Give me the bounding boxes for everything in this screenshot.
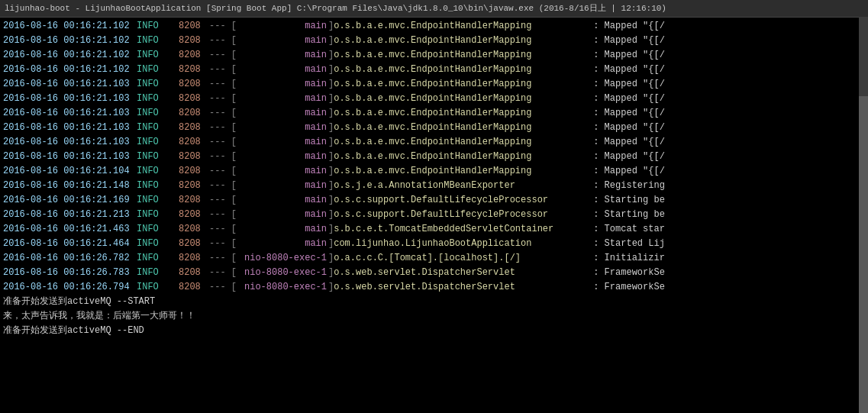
log-level: INFO bbox=[137, 222, 179, 237]
log-thread: nio-8080-exec-1 bbox=[237, 280, 328, 295]
log-message: : Mapped "{[/ bbox=[593, 48, 665, 63]
log-level: INFO bbox=[137, 280, 179, 295]
log-line: 2016-08-16 00:16:21.102INFO8208 --- [mai… bbox=[0, 34, 868, 48]
log-line-extra: 准备开始发送到activeMQ --END bbox=[0, 324, 868, 338]
log-pid: 8208 bbox=[179, 92, 209, 106]
log-colon bbox=[578, 63, 593, 77]
log-pid: 8208 bbox=[179, 48, 209, 63]
log-timestamp: 2016-08-16 00:16:21.102 bbox=[3, 19, 137, 34]
log-thread: main bbox=[237, 135, 328, 150]
log-timestamp: 2016-08-16 00:16:21.103 bbox=[3, 92, 137, 106]
log-logger: o.s.web.servlet.DispatcherServlet bbox=[334, 266, 578, 280]
log-line: 2016-08-16 00:16:21.104INFO8208 --- [mai… bbox=[0, 164, 868, 179]
log-timestamp: 2016-08-16 00:16:26.783 bbox=[3, 266, 137, 280]
log-separator: --- [ bbox=[209, 179, 237, 193]
log-level: INFO bbox=[137, 208, 179, 222]
log-colon bbox=[578, 266, 593, 280]
log-colon bbox=[578, 121, 593, 135]
log-logger: o.s.c.support.DefaultLifecycleProcessor bbox=[334, 193, 578, 208]
log-timestamp: 2016-08-16 00:16:21.102 bbox=[3, 63, 137, 77]
log-message: : FrameworkSe bbox=[593, 266, 665, 280]
log-line: 2016-08-16 00:16:21.103INFO8208 --- [mai… bbox=[0, 135, 868, 150]
log-line: 2016-08-16 00:16:21.463INFO8208 --- [mai… bbox=[0, 222, 868, 237]
log-line: 2016-08-16 00:16:26.782INFO8208 --- [nio… bbox=[0, 251, 868, 266]
log-thread: main bbox=[237, 222, 328, 237]
log-thread: nio-8080-exec-1 bbox=[237, 266, 328, 280]
log-bracket: ] bbox=[328, 150, 334, 164]
log-message: : Mapped "{[/ bbox=[593, 135, 665, 150]
log-separator: --- [ bbox=[209, 237, 237, 251]
log-message: : Initializir bbox=[593, 251, 665, 266]
log-thread: main bbox=[237, 164, 328, 179]
log-line: 2016-08-16 00:16:21.103INFO8208 --- [mai… bbox=[0, 106, 868, 121]
log-timestamp: 2016-08-16 00:16:26.782 bbox=[3, 251, 137, 266]
scrollbar-thumb[interactable] bbox=[859, 96, 868, 413]
log-colon bbox=[578, 251, 593, 266]
log-logger: o.s.j.e.a.AnnotationMBeanExporter bbox=[334, 179, 578, 193]
log-message: : Mapped "{[/ bbox=[593, 106, 665, 121]
log-thread: main bbox=[237, 106, 328, 121]
log-pid: 8208 bbox=[179, 77, 209, 92]
log-thread: main bbox=[237, 34, 328, 48]
log-pid: 8208 bbox=[179, 280, 209, 295]
log-separator: --- [ bbox=[209, 19, 237, 34]
log-bracket: ] bbox=[328, 34, 334, 48]
log-colon bbox=[578, 193, 593, 208]
log-colon bbox=[578, 164, 593, 179]
log-colon bbox=[578, 280, 593, 295]
log-pid: 8208 bbox=[179, 179, 209, 193]
log-bracket: ] bbox=[328, 77, 334, 92]
log-separator: --- [ bbox=[209, 121, 237, 135]
log-message: : Mapped "{[/ bbox=[593, 77, 665, 92]
log-colon bbox=[578, 179, 593, 193]
log-thread: main bbox=[237, 121, 328, 135]
log-logger: o.a.c.c.C.[Tomcat].[localhost].[/] bbox=[334, 251, 578, 266]
console-body[interactable]: 2016-08-16 00:16:21.102INFO8208 --- [mai… bbox=[0, 18, 868, 413]
log-logger: o.s.b.a.e.mvc.EndpointHandlerMapping bbox=[334, 48, 578, 63]
log-message: : Mapped "{[/ bbox=[593, 63, 665, 77]
log-timestamp: 2016-08-16 00:16:21.169 bbox=[3, 193, 137, 208]
log-pid: 8208 bbox=[179, 135, 209, 150]
log-bracket: ] bbox=[328, 164, 334, 179]
log-level: INFO bbox=[137, 19, 179, 34]
log-thread: main bbox=[237, 179, 328, 193]
log-message: : Starting be bbox=[593, 193, 665, 208]
log-pid: 8208 bbox=[179, 63, 209, 77]
log-thread: main bbox=[237, 77, 328, 92]
log-thread: main bbox=[237, 19, 328, 34]
log-separator: --- [ bbox=[209, 135, 237, 150]
log-colon bbox=[578, 92, 593, 106]
log-line: 2016-08-16 00:16:26.783INFO8208 --- [nio… bbox=[0, 266, 868, 280]
log-pid: 8208 bbox=[179, 237, 209, 251]
log-bracket: ] bbox=[328, 121, 334, 135]
log-separator: --- [ bbox=[209, 92, 237, 106]
log-bracket: ] bbox=[328, 135, 334, 150]
log-logger: com.lijunhao.LijunhaoBootApplication bbox=[334, 237, 578, 251]
log-timestamp: 2016-08-16 00:16:21.103 bbox=[3, 150, 137, 164]
log-logger: o.s.b.a.e.mvc.EndpointHandlerMapping bbox=[334, 150, 578, 164]
log-timestamp: 2016-08-16 00:16:26.794 bbox=[3, 280, 137, 295]
log-logger: o.s.b.a.e.mvc.EndpointHandlerMapping bbox=[334, 106, 578, 121]
log-thread: main bbox=[237, 208, 328, 222]
log-line: 2016-08-16 00:16:21.103INFO8208 --- [mai… bbox=[0, 121, 868, 135]
log-line: 2016-08-16 00:16:21.102INFO8208 --- [mai… bbox=[0, 48, 868, 63]
log-level: INFO bbox=[137, 106, 179, 121]
console-header: lijunhao-boot - LijunhaoBootApplication … bbox=[0, 0, 868, 18]
log-colon bbox=[578, 135, 593, 150]
log-level: INFO bbox=[137, 193, 179, 208]
console-container: lijunhao-boot - LijunhaoBootApplication … bbox=[0, 0, 868, 413]
log-line: 2016-08-16 00:16:26.794INFO8208 --- [nio… bbox=[0, 280, 868, 295]
log-colon bbox=[578, 34, 593, 48]
log-line: 2016-08-16 00:16:21.464INFO8208 --- [mai… bbox=[0, 237, 868, 251]
log-timestamp: 2016-08-16 00:16:21.102 bbox=[3, 48, 137, 63]
log-timestamp: 2016-08-16 00:16:21.463 bbox=[3, 222, 137, 237]
log-message: : Mapped "{[/ bbox=[593, 150, 665, 164]
scrollbar[interactable] bbox=[859, 17, 868, 413]
log-level: INFO bbox=[137, 92, 179, 106]
log-logger: o.s.web.servlet.DispatcherServlet bbox=[334, 280, 578, 295]
log-bracket: ] bbox=[328, 251, 334, 266]
log-colon bbox=[578, 237, 593, 251]
log-line: 2016-08-16 00:16:21.102INFO8208 --- [mai… bbox=[0, 19, 868, 34]
log-separator: --- [ bbox=[209, 266, 237, 280]
log-pid: 8208 bbox=[179, 208, 209, 222]
